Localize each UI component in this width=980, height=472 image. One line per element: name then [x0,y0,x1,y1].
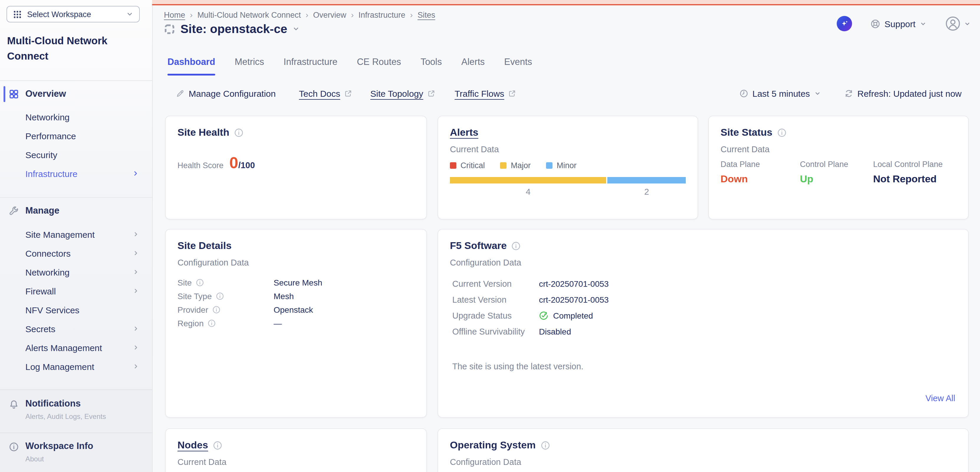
legend-item-critical[interactable]: Critical [450,161,485,170]
operating-system-card: Operating System Configuration Data [438,428,969,472]
account-menu[interactable] [945,16,970,31]
health-score-value: 0 [229,155,238,171]
legend-label: Major [511,161,531,170]
info-icon[interactable] [213,441,222,450]
bar-segment-minor[interactable] [608,177,686,183]
breadcrumb-separator: › [351,10,353,19]
card-title: Site Health [178,127,229,139]
tech-docs-link[interactable]: Tech Docs [299,88,352,99]
view-all-link[interactable]: View All [926,394,955,403]
tab-events[interactable]: Events [504,57,532,75]
chevron-right-icon [133,363,139,370]
bar-segment-major[interactable] [450,177,606,183]
refresh-icon [845,89,853,98]
info-icon[interactable] [216,292,224,300]
sidebar-item-infrastructure[interactable]: Infrastructure [0,164,152,183]
tab-ce-routes[interactable]: CE Routes [357,57,401,75]
card-subtitle: Configuration Data [450,457,521,467]
breadcrumb-infrastructure[interactable]: Infrastructure [358,10,406,19]
nodes-card-title-link[interactable]: Nodes [178,440,208,451]
alerts-card-title-link[interactable]: Alerts [450,127,478,139]
info-icon[interactable] [512,241,521,251]
detail-value: crt-20250701-0053 [539,295,609,305]
workspace-selector[interactable]: Select Workspace [6,6,140,22]
detail-value: Completed [553,311,593,321]
plane-label: Control Plane [800,160,873,169]
sidebar-item-nfv-services[interactable]: NFV Services [0,300,152,319]
detail-value: — [274,319,282,328]
traffic-flows-label: Traffic Flows [455,88,504,99]
breadcrumb-home[interactable]: Home [164,10,185,19]
tab-infrastructure[interactable]: Infrastructure [284,57,337,75]
sidebar-item-log-management[interactable]: Log Management [0,357,152,376]
time-range-selector[interactable]: Last 5 minutes [740,88,821,99]
traffic-flows-link[interactable]: Traffic Flows [455,88,516,99]
plane-value: Up [800,174,873,185]
detail-row-provider: Provider Openstack [178,305,221,314]
sidebar-section-workspace-info[interactable]: Workspace Info About [0,432,152,472]
sidebar-item-label: Performance [25,131,76,141]
site-topology-link[interactable]: Site Topology [370,88,435,99]
tab-dashboard[interactable]: Dashboard [167,57,215,75]
info-icon[interactable] [208,319,216,327]
info-icon[interactable] [234,128,243,137]
time-range-label: Last 5 minutes [752,88,810,99]
sidebar-title: Multi-Cloud Network Connect [7,33,140,64]
sidebar-item-site-management[interactable]: Site Management [0,225,152,244]
sidebar-item-security[interactable]: Security [0,145,152,164]
legend-item-minor[interactable]: Minor [546,161,577,170]
manage-configuration-button[interactable]: Manage Configuration [176,88,276,99]
ai-assistant-button[interactable] [837,16,852,31]
sidebar-item-overview[interactable]: Overview [0,85,152,103]
sidebar-item-networking-manage[interactable]: Networking [0,263,152,281]
card-subtitle: Current Data [721,145,770,154]
info-icon[interactable] [541,441,550,450]
tab-tools[interactable]: Tools [420,57,442,75]
breadcrumb-overview[interactable]: Overview [313,10,347,19]
sidebar-item-label: Networking [25,112,70,122]
local-control-plane-status: Local Control Plane Not Reported [873,160,959,185]
pencil-icon [176,89,185,98]
sidebar-item-performance[interactable]: Performance [0,126,152,145]
card-title: F5 Software [450,240,507,252]
sidebar-section-manage[interactable]: Manage [0,201,152,220]
tab-alerts[interactable]: Alerts [461,57,485,75]
breadcrumb-separator: › [190,10,192,19]
tab-metrics[interactable]: Metrics [235,57,264,75]
sidebar-item-secrets[interactable]: Secrets [0,319,152,338]
detail-row-site-type: Site Type Mesh [178,292,224,301]
legend-swatch [546,162,552,169]
sidebar-item-label: Notifications [25,398,81,409]
legend-item-major[interactable]: Major [500,161,531,170]
site-details-card: Site Details Configuration Data Site Sec… [165,229,427,418]
card-title: Site Details [178,240,231,252]
alerts-stacked-bar [450,177,686,183]
sidebar-item-networking[interactable]: Networking [0,107,152,126]
sidebar-section-notifications[interactable]: Notifications Alerts, Audit Logs, Events [0,389,152,433]
info-icon[interactable] [212,306,221,314]
sidebar-item-sublabel: Alerts, Audit Logs, Events [25,412,106,421]
breadcrumb-sites[interactable]: Sites [417,10,435,19]
detail-label: Upgrade Status [452,311,512,321]
detail-value: Mesh [274,292,294,301]
external-link-icon [508,90,516,97]
sidebar-item-label: Networking [25,267,70,277]
page-title: Site: openstack-ce [180,22,287,36]
sidebar-item-firewall[interactable]: Firewall [0,281,152,300]
alerts-card: Alerts Current Data CriticalMajorMinor 4… [438,116,698,220]
clock-icon [740,89,748,98]
sparkle-icon [840,19,849,28]
info-icon[interactable] [196,279,204,287]
workspace-selector-label: Select Workspace [27,10,121,19]
breadcrumb-mcn[interactable]: Multi-Cloud Network Connect [197,10,301,19]
chevron-down-icon[interactable] [293,26,299,32]
avatar-icon [945,16,960,31]
support-menu[interactable]: Support [870,19,926,29]
data-plane-status: Data Plane Down [721,160,800,185]
info-icon[interactable] [777,128,787,137]
sidebar-item-connectors[interactable]: Connectors [0,244,152,263]
legend-label: Minor [557,161,577,170]
sidebar-item-label: Alerts Management [25,343,102,352]
refresh-button[interactable]: Refresh: Updated just now [845,88,962,99]
sidebar-item-alerts-management[interactable]: Alerts Management [0,338,152,357]
